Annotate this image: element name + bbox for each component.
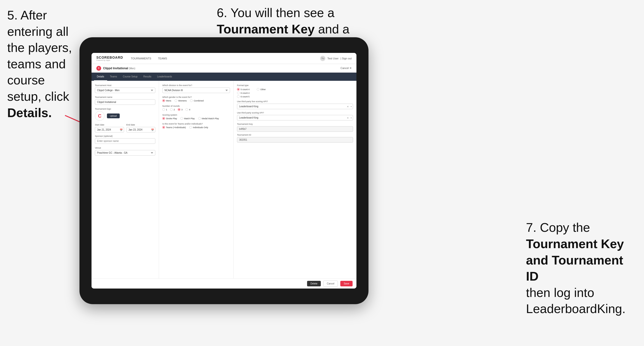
gender-radio-group: Mens Womens Combined (162, 99, 230, 102)
end-date-field: End date 📅 (126, 124, 156, 133)
upload-button[interactable]: Upload (107, 114, 120, 118)
cancel-tournament-btn[interactable]: Cancel ✕ (340, 67, 352, 70)
scoring-stroke-label: Stroke Play (166, 117, 177, 120)
scoring-medal-dot (198, 117, 201, 120)
tournament-key-field: Tournament Key (237, 123, 353, 132)
teams-group: Is this event for Teams and/or Individua… (162, 123, 230, 129)
sponsor-input[interactable] (95, 138, 155, 144)
gender-womens[interactable]: Womens (174, 99, 187, 102)
instruction-top-right-text: 6. You will then see a (217, 6, 334, 20)
gender-label: Which gender is the event for? (162, 96, 230, 98)
tab-leaderboards[interactable]: Leaderboards (154, 73, 175, 81)
delete-button[interactable]: Delete (307, 281, 321, 286)
teams-plus-dot (162, 126, 165, 129)
instruction-bottom-right-line1: 7. Copy the (526, 220, 590, 234)
tournament-name-label: Tournament name (95, 96, 155, 98)
teams-plus-individuals[interactable]: Teams (+Individuals) (162, 126, 186, 129)
tournament-logo-label: Tournament logo (95, 108, 155, 110)
api2-clear-icon[interactable]: ✕ (347, 116, 349, 119)
rounds-radio-row: 1 2 3 4 (162, 108, 230, 111)
user-name: Test User (327, 57, 338, 60)
format-5count4[interactable]: 5 count 4 (237, 88, 250, 91)
calendar-icon-end: 📅 (151, 128, 154, 131)
format-6count4-dot (237, 92, 240, 94)
round-4-dot (186, 108, 188, 111)
gender-mens-dot (162, 99, 165, 102)
tablet-frame: SCOREBOARD Powered by clippd TOURNAMENTS… (80, 37, 368, 304)
tab-details[interactable]: Details (94, 73, 107, 81)
tab-teams[interactable]: Teams (107, 73, 120, 81)
header-nav: TOURNAMENTS TEAMS (130, 57, 320, 60)
format-6count4[interactable]: 6 count 4 (237, 92, 250, 94)
tab-results[interactable]: Results (140, 73, 154, 81)
round-3-dot (178, 108, 180, 111)
scoring-medal-label: Medal Match Play (202, 117, 219, 120)
round-1[interactable]: 1 (162, 108, 167, 111)
instruction-bottom-right-bold2: and Tournament ID (526, 253, 623, 284)
format-col-left: 5 count 4 6 count 4 6 count 5 (237, 88, 250, 98)
individuals-label: Individuals Only (193, 126, 208, 129)
rounds-label: Number of rounds (162, 105, 230, 107)
tournament-id-input[interactable] (237, 137, 353, 143)
tournament-name-input[interactable] (95, 99, 155, 105)
round-4[interactable]: 4 (186, 108, 190, 111)
api1-input-wrap: ✕ ▾ (237, 104, 353, 109)
sign-out-link[interactable]: | Sign out (340, 57, 352, 60)
instruction-left: 5. After entering all the players, teams… (7, 7, 82, 121)
logo-main-text: SCOREBOARD (96, 55, 123, 59)
format-label: Format type (237, 84, 353, 87)
gender-combined[interactable]: Combined (190, 99, 204, 102)
individuals-only[interactable]: Individuals Only (189, 126, 208, 129)
start-date-field: Start date 📅 (95, 124, 124, 133)
cancel-button[interactable]: Cancel (323, 281, 338, 287)
gender-mens[interactable]: Mens (162, 99, 171, 102)
right-panel: Format type 5 count 4 6 count 4 (234, 81, 356, 278)
scoring-match-label: Match Play (184, 117, 195, 120)
api2-input[interactable] (237, 115, 353, 121)
scoring-label: Scoring system (162, 114, 230, 116)
scoring-stroke-dot (162, 117, 165, 120)
main-content: Tournament Host Clippd College - Men Tou… (92, 81, 356, 278)
scoring-stroke-play[interactable]: Stroke Play (162, 117, 177, 120)
nav-teams[interactable]: TEAMS (157, 57, 168, 60)
division-select[interactable]: NCAA Division III (162, 88, 230, 93)
api2-arrow-icon: ▾ (351, 117, 352, 119)
format-other-dot (257, 88, 260, 91)
scoring-match-play[interactable]: Match Play (180, 117, 195, 120)
scoring-match-dot (180, 117, 183, 120)
format-two-col: 5 count 4 6 count 4 6 count 5 (237, 88, 353, 98)
gender-group: Which gender is the event for? Mens Wome… (162, 96, 230, 102)
instruction-bottom-right: 7. Copy the Tournament Key and Tournamen… (526, 219, 637, 317)
bottom-bar: Delete Cancel Save (92, 278, 356, 289)
tabs-bar: Details Teams Course Setup Results Leade… (92, 73, 356, 81)
rounds-group: Number of rounds 1 2 3 (162, 105, 230, 111)
api1-label: Use third-party live scoring API? (237, 100, 353, 103)
division-group: Which division is the event for? NCAA Di… (162, 84, 230, 93)
scoring-medal-match[interactable]: Medal Match Play (198, 117, 219, 120)
end-date-label: End date (126, 124, 156, 126)
format-6count5[interactable]: 6 count 5 (237, 95, 250, 98)
venue-select[interactable]: Peachtree GC - Atlanta - GA (95, 150, 155, 156)
end-date-wrap: 📅 (126, 127, 156, 133)
save-button[interactable]: Save (340, 281, 352, 286)
api1-input[interactable] (237, 104, 353, 109)
start-date-label: Start date (95, 124, 124, 126)
tournament-title: Clippd Invitational (Men) (103, 67, 340, 70)
tournament-logo-group: Tournament logo C Upload (95, 108, 155, 121)
round-3[interactable]: 3 (178, 108, 182, 111)
tournament-id-field: Tournament ID (237, 134, 353, 143)
tournament-bar: C Clippd Invitational (Men) Cancel ✕ (92, 64, 356, 73)
round-2[interactable]: 2 (170, 108, 175, 111)
nav-tournaments[interactable]: TOURNAMENTS (130, 57, 152, 60)
gender-combined-dot (190, 99, 193, 102)
format-other[interactable]: Other (257, 88, 266, 91)
division-label: Which division is the event for? (162, 84, 230, 87)
scoring-group: Scoring system Stroke Play Match Play (162, 114, 230, 120)
tournament-host-group: Tournament Host Clippd College - Men (95, 84, 155, 93)
tournament-host-select[interactable]: Clippd College - Men (95, 88, 155, 93)
tab-course-setup[interactable]: Course Setup (120, 73, 140, 81)
instruction-bottom-right-line4: LeaderboardKing. (526, 302, 626, 316)
logo-c-letter: C (98, 113, 102, 119)
tournament-key-input[interactable] (237, 126, 353, 132)
api1-clear-icon[interactable]: ✕ (347, 105, 349, 108)
